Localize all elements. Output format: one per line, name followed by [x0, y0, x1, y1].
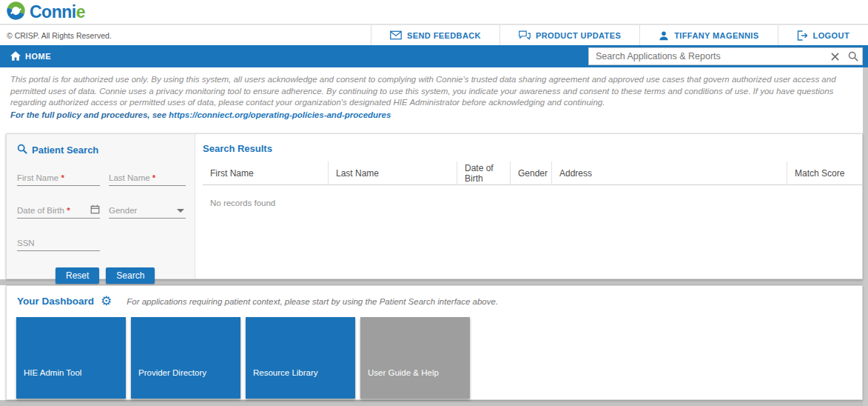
bottom-band: [0, 400, 863, 406]
search-icon[interactable]: [848, 51, 858, 61]
chevron-down-icon: [177, 209, 184, 213]
column-header-match-score[interactable]: Match Score: [787, 162, 862, 185]
search-results-panel: Search Results First Name Last Name Date…: [195, 134, 862, 279]
envelope-icon: [390, 30, 402, 40]
main-nav: HOME: [0, 45, 868, 67]
user-account-link[interactable]: TIFFANY MAGENNIS: [639, 25, 777, 45]
global-search: [588, 47, 863, 65]
column-header-last-name[interactable]: Last Name: [329, 162, 457, 185]
dashboard-title: Your Dashboard: [17, 296, 94, 307]
date-of-birth-field[interactable]: Date of Birth *: [17, 204, 100, 219]
global-search-input[interactable]: [588, 47, 863, 65]
reset-button[interactable]: Reset: [55, 267, 99, 284]
patient-search-form: First Name * Last Name * Date of Birth *…: [17, 171, 184, 251]
column-header-first-name[interactable]: First Name: [203, 162, 329, 185]
search-icon: [17, 144, 27, 156]
tile-hie-admin-tool[interactable]: HIE Admin Tool: [16, 317, 126, 399]
gender-field[interactable]: Gender: [109, 204, 186, 219]
tile-provider-directory[interactable]: Provider Directory: [131, 317, 240, 399]
first-name-field[interactable]: First Name *: [17, 171, 100, 186]
copyright-text: © CRISP. All Rights Reserved.: [0, 31, 112, 40]
patient-search-panel: Patient Search First Name * Last Name * …: [7, 134, 195, 279]
dashboard-tiles: HIE Admin Tool Provider Directory Resour…: [16, 317, 862, 399]
scrollbar-track[interactable]: [863, 67, 868, 406]
policy-link[interactable]: https://conniect.org/operating-policies-…: [169, 110, 391, 119]
connie-logo[interactable]: Connie: [6, 1, 85, 24]
home-icon: [10, 51, 21, 62]
logo-wordmark: Connie: [30, 2, 85, 22]
no-records-message: No records found: [203, 199, 862, 207]
usage-disclaimer: This portal is for authorized use only. …: [10, 74, 858, 109]
tile-resource-library[interactable]: Resource Library: [246, 317, 355, 399]
product-updates-link[interactable]: TIFFANY MAGENNIS PRODUCT UPDATES: [499, 25, 639, 45]
dashboard-note: For applications requiring patient conte…: [127, 297, 498, 306]
policy-prefix: For the full policy and procedures, see: [10, 110, 169, 119]
gear-icon[interactable]: ⚙: [101, 295, 112, 307]
form-buttons: Reset Search: [55, 267, 184, 284]
logout-link[interactable]: LOGOUT: [778, 25, 868, 45]
dashboard-card: Your Dashboard ⚙ For applications requir…: [6, 285, 863, 400]
tile-user-guide-help[interactable]: User Guide & Help: [360, 317, 470, 399]
clear-icon[interactable]: [831, 53, 839, 61]
nav-home-button[interactable]: HOME: [10, 51, 51, 62]
top-header: Connie: [0, 0, 868, 24]
patient-search-title: Patient Search: [17, 144, 184, 156]
dashboard-header: Your Dashboard ⚙ For applications requir…: [7, 286, 862, 307]
results-table-header: First Name Last Name Date of Birth Gende…: [203, 162, 862, 185]
chat-icon: [519, 30, 531, 41]
person-icon: [659, 30, 669, 41]
utility-bar: © CRISP. All Rights Reserved. SEND FEEDB…: [0, 25, 868, 45]
search-results-title: Search Results: [203, 143, 862, 154]
ssn-field[interactable]: SSN: [17, 236, 100, 251]
column-header-address[interactable]: Address: [552, 162, 787, 185]
logout-icon: [797, 30, 808, 41]
search-box-icons: [831, 47, 858, 65]
patient-search-card: Patient Search First Name * Last Name * …: [6, 133, 863, 279]
column-header-date-of-birth[interactable]: Date of Birth: [457, 162, 511, 185]
policy-line: For the full policy and procedures, see …: [10, 110, 391, 119]
search-button[interactable]: Search: [106, 267, 155, 284]
calendar-icon[interactable]: [90, 204, 100, 216]
connie-logo-icon: [6, 1, 26, 24]
connie-portal: Connie © CRISP. All Rights Reserved. SEN…: [0, 0, 868, 406]
column-header-gender[interactable]: Gender: [511, 162, 552, 185]
utility-links: SEND FEEDBACK TIFFANY MAGENNIS PRODUCT U…: [371, 25, 868, 45]
last-name-field[interactable]: Last Name *: [109, 171, 186, 186]
send-feedback-link[interactable]: SEND FEEDBACK: [371, 25, 499, 45]
